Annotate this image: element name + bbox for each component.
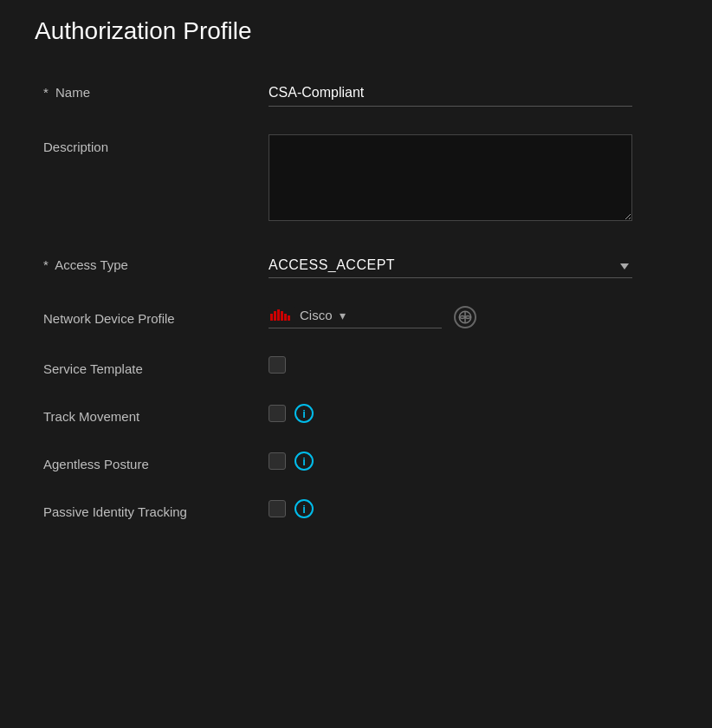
globe-icon-button[interactable] — [454, 306, 476, 328]
passive-identity-tracking-row: Passive Identity Tracking i — [43, 499, 669, 519]
name-label: * Name — [43, 80, 269, 100]
device-profile-row: Cisco ▾ — [269, 306, 632, 328]
name-required: * — [43, 85, 49, 100]
network-device-profile-field: Cisco ▾ — [269, 306, 632, 328]
cisco-logo-icon — [269, 307, 295, 324]
name-row: * Name — [43, 80, 669, 107]
cisco-label: Cisco — [300, 308, 333, 322]
name-input[interactable] — [269, 80, 632, 107]
agentless-posture-checkbox[interactable] — [269, 452, 286, 470]
description-row: Description — [43, 134, 669, 224]
access-type-field: ACCESS_ACCEPT ACCESS_REJECT — [269, 252, 632, 278]
access-type-select[interactable]: ACCESS_ACCEPT ACCESS_REJECT — [269, 252, 632, 278]
svg-rect-6 — [288, 315, 290, 321]
description-field — [269, 134, 632, 224]
service-template-label: Service Template — [43, 356, 269, 376]
svg-rect-3 — [277, 309, 280, 321]
track-movement-row: Track Movement i — [43, 404, 669, 424]
svg-rect-2 — [274, 311, 276, 321]
track-movement-checkbox-row: i — [269, 404, 314, 423]
access-type-select-wrapper: ACCESS_ACCEPT ACCESS_REJECT — [269, 252, 632, 278]
service-template-row: Service Template — [43, 356, 669, 376]
track-movement-label: Track Movement — [43, 404, 269, 424]
agentless-posture-row: Agentless Posture i — [43, 452, 669, 471]
track-movement-info-icon[interactable]: i — [295, 404, 314, 423]
passive-identity-tracking-label: Passive Identity Tracking — [43, 499, 269, 519]
profile-chevron-icon: ▾ — [340, 309, 346, 322]
track-movement-checkbox[interactable] — [269, 405, 286, 422]
agentless-posture-info-icon[interactable]: i — [295, 452, 314, 471]
name-field — [269, 80, 632, 107]
passive-identity-tracking-checkbox-row: i — [269, 499, 314, 518]
svg-rect-4 — [281, 311, 283, 321]
description-label: Description — [43, 134, 269, 154]
network-device-profile-row: Network Device Profile — [43, 306, 669, 328]
svg-rect-5 — [284, 314, 287, 321]
access-type-label: * Access Type — [43, 252, 269, 272]
access-type-row: * Access Type ACCESS_ACCEPT ACCESS_REJEC… — [43, 252, 669, 278]
page-title: Authorization Profile — [35, 17, 686, 45]
form-container: * Name Description * Access Type ACCESS_… — [26, 80, 686, 519]
agentless-posture-label: Agentless Posture — [43, 452, 269, 471]
service-template-checkbox[interactable] — [269, 356, 286, 374]
svg-rect-1 — [270, 314, 273, 321]
description-input[interactable] — [269, 134, 632, 221]
service-template-checkbox-row — [269, 356, 286, 374]
passive-identity-tracking-info-icon[interactable]: i — [295, 499, 314, 518]
network-device-profile-label: Network Device Profile — [43, 306, 269, 326]
passive-identity-tracking-checkbox[interactable] — [269, 500, 286, 517]
agentless-posture-checkbox-row: i — [269, 452, 314, 471]
access-type-required: * — [43, 257, 49, 272]
profile-select-container: Cisco ▾ — [269, 307, 442, 328]
